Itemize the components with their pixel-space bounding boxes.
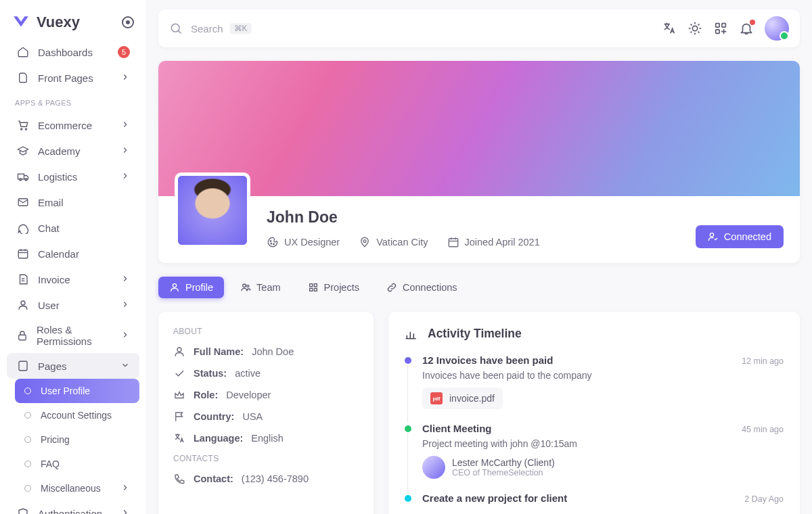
svg-point-40 [247, 285, 249, 287]
chevron-right-icon [120, 274, 130, 285]
profile-name: John Doe [267, 208, 696, 227]
tab-connections[interactable]: Connections [376, 277, 468, 298]
sidebar-item-auth[interactable]: Authentication [7, 500, 139, 514]
shield-icon [16, 507, 30, 514]
chevron-right-icon [120, 145, 130, 157]
person-role: CEO of ThemeSelection [452, 468, 555, 477]
svg-line-25 [698, 24, 700, 26]
sidebar-item-academy[interactable]: Academy [7, 138, 139, 164]
sidebar-pin-icon[interactable] [122, 16, 134, 28]
nav-label: FAQ [41, 459, 60, 469]
sidebar-item-frontpages[interactable]: Front Pages [7, 65, 139, 91]
theme-icon[interactable] [687, 21, 702, 36]
sidebar-item-invoice[interactable]: Invoice [7, 266, 139, 292]
svg-line-23 [698, 32, 700, 33]
main: Search ⌘K John Doe [146, 0, 812, 514]
content-row: ABOUT Full Name: John Doe Status: active… [158, 312, 800, 514]
tab-profile[interactable]: Profile [158, 277, 224, 298]
apps-icon[interactable] [713, 21, 728, 36]
nav-label: Logistics [38, 171, 77, 183]
svg-point-45 [177, 348, 181, 352]
sidebar-item-faq[interactable]: FAQ [15, 452, 139, 476]
bell-icon[interactable] [739, 21, 754, 36]
about-card: ABOUT Full Name: John Doe Status: active… [158, 312, 374, 514]
nav-section-apps: APPS & PAGES [5, 91, 141, 112]
svg-point-17 [692, 26, 697, 30]
user-icon [16, 298, 30, 312]
sidebar-item-user[interactable]: User [7, 292, 139, 318]
about-fullname: Full Name: John Doe [173, 346, 359, 358]
search-icon [169, 22, 183, 35]
connected-button[interactable]: Connected [696, 225, 784, 248]
sidebar-item-calendar[interactable]: Calendar [7, 241, 139, 266]
about-header: ABOUT [173, 327, 359, 336]
sidebar-item-misc[interactable]: Miscellaneous [15, 476, 139, 500]
search-placeholder: Search [191, 23, 223, 34]
home-icon [16, 45, 30, 59]
svg-rect-27 [722, 24, 726, 28]
timeline-item-time: 12 min ago [742, 356, 784, 366]
nav-sub-pages: User Profile Account Settings Pricing FA… [5, 379, 141, 500]
language-icon [173, 432, 185, 444]
timeline-dot [405, 357, 411, 364]
svg-line-24 [691, 32, 692, 33]
sidebar-item-ecommerce[interactable]: Ecommerce [7, 112, 139, 138]
timeline-title: Activity Timeline [405, 327, 784, 341]
timeline-card: Activity Timeline 12 Invoices have been … [388, 312, 800, 514]
sidebar-item-logistics[interactable]: Logistics [7, 164, 139, 189]
profile-joined: Joined April 2021 [447, 236, 540, 248]
profile-cover [158, 61, 800, 196]
timeline-item: Create a new project for client 2 Day Ag… [405, 492, 784, 514]
svg-point-39 [243, 284, 246, 287]
svg-point-0 [21, 128, 22, 130]
profile-header-card: John Doe UX Designer Vatican City Joi [158, 61, 800, 263]
tab-team[interactable]: Team [229, 277, 291, 298]
nav-label: Front Pages [38, 72, 93, 84]
chevron-right-icon [120, 483, 130, 494]
svg-point-4 [25, 179, 27, 181]
nav-label: Chat [38, 223, 60, 234]
svg-point-38 [173, 284, 176, 287]
language-icon[interactable] [662, 21, 677, 36]
profile-photo [175, 172, 250, 248]
chevron-right-icon [120, 72, 130, 84]
nav-label: Pricing [41, 434, 70, 445]
sidebar-item-pricing[interactable]: Pricing [15, 427, 139, 452]
sidebar-item-email[interactable]: Email [7, 189, 139, 215]
user-avatar[interactable] [765, 16, 789, 41]
nav-label: Academy [38, 145, 81, 157]
lock-icon [16, 329, 28, 342]
timeline-dot [405, 495, 411, 502]
profile-info: John Doe UX Designer Vatican City Joi [267, 196, 696, 248]
user-icon [169, 282, 180, 293]
about-status: Status: active [173, 367, 359, 379]
sidebar-item-user-profile[interactable]: User Profile [15, 379, 139, 403]
chevron-right-icon [120, 120, 130, 131]
dot-icon [24, 384, 31, 398]
brand[interactable]: Vuexy [5, 8, 141, 39]
calendar-icon [447, 236, 459, 248]
svg-line-16 [178, 30, 181, 33]
timeline-attachment[interactable]: pdf invoice.pdf [422, 388, 503, 409]
sidebar-item-chat[interactable]: Chat [7, 215, 139, 241]
flag-icon [173, 411, 185, 423]
svg-point-29 [270, 241, 271, 242]
svg-rect-44 [314, 288, 317, 291]
tab-projects[interactable]: Projects [297, 277, 370, 298]
nav-label: Pages [38, 360, 67, 372]
sidebar-item-account-settings[interactable]: Account Settings [15, 403, 139, 427]
sidebar-item-roles[interactable]: Roles & Permissions [7, 318, 139, 353]
sidebar-item-dashboards[interactable]: Dashboards 5 [7, 39, 139, 65]
profile-meta: UX Designer Vatican City Joined April 20… [267, 236, 696, 248]
topbar-actions [662, 16, 789, 41]
search-shortcut: ⌘K [230, 23, 252, 34]
svg-point-30 [271, 243, 272, 245]
sidebar-item-pages[interactable]: Pages [7, 353, 139, 379]
search[interactable]: Search ⌘K [169, 22, 662, 35]
phone-icon [173, 473, 185, 485]
brand-logo-icon [12, 14, 30, 31]
timeline-item-title: Create a new project for client [422, 492, 567, 504]
svg-line-22 [691, 24, 692, 26]
svg-point-3 [20, 179, 22, 181]
svg-point-32 [363, 240, 366, 243]
